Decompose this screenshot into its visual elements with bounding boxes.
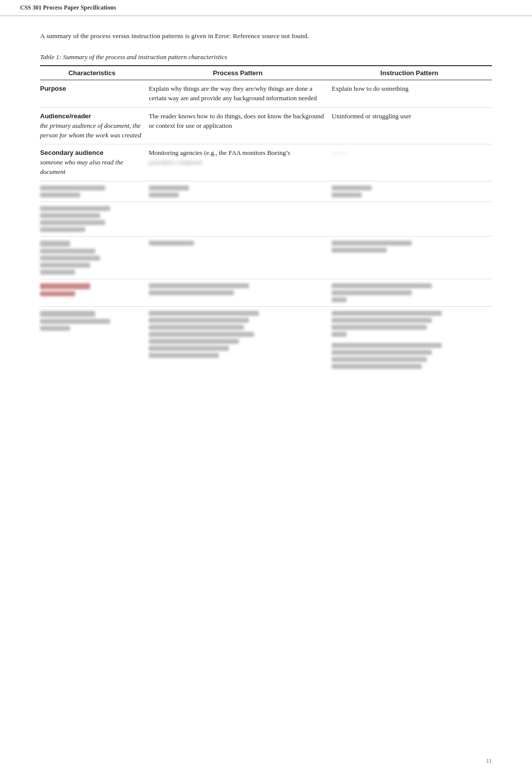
summary-paragraph: A summary of the process versus instruct… — [40, 31, 492, 41]
row-char-blurred-5 — [40, 202, 149, 237]
table-row — [40, 181, 492, 202]
table-row: Audience/reader the primary audience of … — [40, 107, 492, 144]
row-proc-blurred-7 — [149, 279, 332, 307]
summary-table: Characteristics Process Pattern Instruct… — [40, 65, 492, 373]
row-char-blurred-8 — [40, 307, 149, 373]
row-proc-audience: The reader knows how to do things, does … — [149, 107, 332, 144]
page-number: 11 — [486, 757, 492, 765]
row-proc-blurred-4 — [149, 181, 332, 202]
row-proc-blurred-8 — [149, 307, 332, 373]
row-char-audience: Audience/reader the primary audience of … — [40, 107, 149, 144]
table-row — [40, 237, 492, 279]
audience-label: Audience/reader — [40, 112, 91, 120]
row-char-purpose: Purpose — [40, 80, 149, 108]
purpose-label: Purpose — [40, 85, 66, 92]
row-proc-blurred-6 — [149, 237, 332, 279]
table-row: Purpose Explain why things are the way t… — [40, 80, 492, 108]
audience-description: the primary audience of document, the pe… — [40, 122, 141, 139]
row-inst-blurred-6 — [332, 237, 492, 279]
row-proc-purpose: Explain why things are the way they are/… — [149, 80, 332, 108]
blurred-inst-text: — — — [332, 149, 345, 156]
table-row — [40, 279, 492, 307]
row-inst-blurred-7 — [332, 279, 492, 307]
page-content: A summary of the process versus instruct… — [0, 16, 532, 403]
row-inst-blurred-5 — [332, 202, 492, 237]
secondary-description: someone who may also read the document — [40, 158, 123, 175]
row-inst-blurred-4 — [332, 181, 492, 202]
row-char-blurred-7 — [40, 279, 149, 307]
page-header: CSS 301 Process Paper Specifications — [0, 0, 532, 16]
row-char-blurred-6 — [40, 237, 149, 279]
row-proc-blurred-5 — [149, 202, 332, 237]
row-char-secondary: Secondary audience someone who may also … — [40, 144, 149, 181]
col-header-instruction: Instruction Pattern — [332, 66, 492, 80]
row-inst-audience: Uninformed or struggling user — [332, 107, 492, 144]
table-header-row: Characteristics Process Pattern Instruct… — [40, 66, 492, 80]
row-proc-secondary: Monitoring agencies (e.g., the FAA monit… — [149, 144, 332, 181]
col-header-process: Process Pattern — [149, 66, 332, 80]
secondary-label: Secondary audience — [40, 149, 103, 156]
table-row — [40, 307, 492, 373]
table-caption: Table 1: Summary of the process and inst… — [40, 53, 492, 61]
row-inst-blurred-8 — [332, 307, 492, 373]
row-char-blurred-4 — [40, 181, 149, 202]
row-inst-purpose: Explain how to do something — [332, 80, 492, 108]
header-title: CSS 301 Process Paper Specifications — [20, 4, 116, 11]
table-row — [40, 202, 492, 237]
table-row: Secondary audience someone who may also … — [40, 144, 492, 181]
col-header-characteristics: Characteristics — [40, 66, 149, 80]
blurred-proc-text: procedures completed — [149, 159, 202, 166]
row-inst-secondary: — — — [332, 144, 492, 181]
